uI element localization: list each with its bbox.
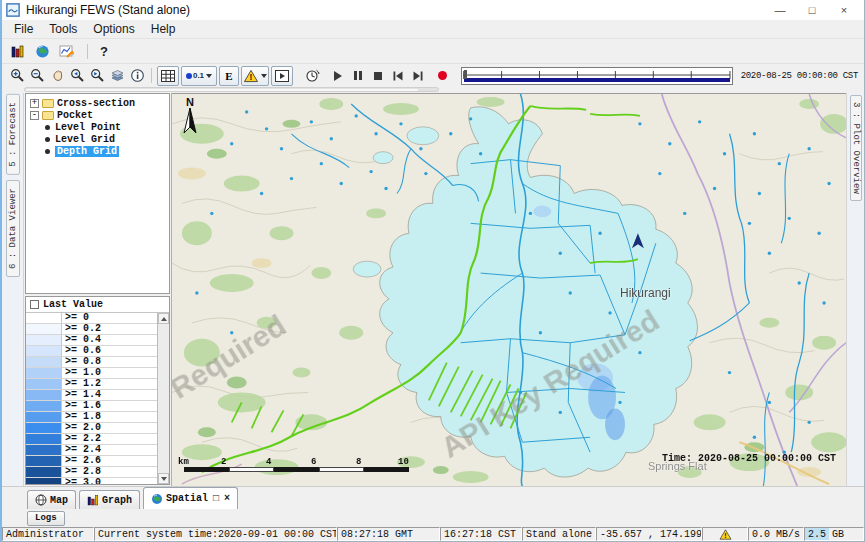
tree-item-pocket[interactable]: - Pocket [26,109,169,121]
wireframe-globe-icon [35,494,47,506]
tab-map[interactable]: Map [27,490,76,509]
memory-label: 2.5 GB [808,529,844,540]
close-button[interactable]: × [828,0,860,20]
first-frame-icon[interactable] [389,66,407,85]
legend-color-swatch [26,445,62,456]
zoom-next-icon[interactable] [88,66,106,85]
expand-icon[interactable]: + [30,99,39,108]
last-frame-icon[interactable] [409,66,427,85]
legend-color-swatch [26,401,62,412]
legend-color-swatch [26,313,62,324]
layers-icon[interactable] [108,66,126,85]
legend-color-swatch [26,434,62,445]
status-mode: Stand alone [522,527,596,541]
legend-scrollbar[interactable] [157,313,169,484]
class-breaks-button[interactable]: 0.1 [181,66,217,86]
menu-help[interactable]: Help [143,21,184,37]
tab-forecast[interactable]: 5 : Forecast [6,94,20,175]
scale-bar: km 2 4 6 8 10 [178,457,423,472]
tab-graph[interactable]: Graph [79,490,140,509]
labels-button[interactable]: E [219,66,239,86]
help-icon[interactable]: ? [100,44,108,59]
window-title: Hikurangi FEWS (Stand alone) [26,3,190,17]
tree-item-level-grid[interactable]: Level Grid [26,133,169,145]
status-memory: 2.5 GB [804,527,864,541]
bottom-tab-bar: Map Graph Spatial □ × [2,486,864,509]
animation-button[interactable] [271,66,293,86]
map-globe-icon[interactable] [35,44,50,59]
status-download-rate: 0.0 MB/s [748,527,804,541]
tree-label: Pocket [57,110,93,121]
maximize-button[interactable]: □ [796,0,828,20]
class-breaks-label: 0.1 [193,71,204,80]
menu-options[interactable]: Options [85,21,142,37]
thresholds-button[interactable]: ! [241,66,269,86]
time-navigator-icon[interactable] [303,66,321,85]
tab-close-icon[interactable]: × [224,493,230,504]
tab-plot-overview[interactable]: 3 : Plot Overview [850,95,862,201]
chevron-down-icon [261,74,267,78]
legend-color-swatch [26,368,62,379]
scale-bar-segments [184,467,423,472]
last-value-checkbox[interactable] [30,300,39,309]
bullet-icon [45,137,50,142]
app-window: Hikurangi FEWS (Stand alone) — □ × File … [0,0,865,542]
status-warning-cell[interactable]: ! [702,527,748,541]
timeline-slider[interactable] [461,67,733,85]
legend-color-swatch [26,467,62,478]
play-icon[interactable] [329,66,347,85]
minimize-button[interactable]: — [764,0,796,20]
pause-icon[interactable] [349,66,367,85]
logs-button[interactable]: Logs [27,511,65,526]
legend-color-swatch [26,346,62,357]
tab-data-viewer[interactable]: 6 : Data Viewer [6,180,20,277]
pan-hand-icon[interactable] [48,66,66,85]
chevron-down-icon [206,74,212,78]
legend-label: >= 3.0 [62,478,157,484]
status-user: Administrator [2,527,94,541]
legend-header: Last Value [26,297,169,313]
tree-item-depth-grid[interactable]: Depth Grid [26,145,169,157]
legend-color-swatch [26,379,62,390]
svg-text:!: ! [250,72,253,82]
tab-maximize-icon[interactable]: □ [213,493,219,504]
status-coordinates: -35.657 , 174.199 [596,527,702,541]
grid-display-button[interactable] [157,66,179,86]
zoom-in-icon[interactable] [8,66,26,85]
timeline-thumb[interactable] [464,70,467,79]
scroll-down-icon[interactable] [158,473,169,484]
tab-spatial[interactable]: Spatial □ × [143,487,238,509]
database-explorer-icon[interactable] [10,44,26,59]
legend-color-swatch [26,478,62,484]
status-local-time: 16:27:18 CST [440,527,522,541]
north-arrow-icon [182,107,198,135]
folder-icon [42,99,54,108]
stop-icon[interactable] [369,66,387,85]
menu-file[interactable]: File [6,21,41,37]
tree-label: Level Grid [55,134,115,145]
bullet-icon [45,125,50,130]
tree-item-cross-section[interactable]: + Cross-section [26,97,169,109]
menu-bar: File Tools Options Help [2,20,864,39]
zoom-previous-icon[interactable] [68,66,86,85]
legend-color-swatch [26,335,62,346]
menu-tools[interactable]: Tools [41,21,85,37]
record-icon[interactable] [433,66,451,85]
collapse-icon[interactable]: - [30,111,39,120]
main-area: 5 : Forecast 6 : Data Viewer + Cross-sec… [2,93,864,486]
map-toolbar: 0.1 E ! [2,64,864,87]
legend-row[interactable]: >= 3.0 [26,478,157,484]
map-view[interactable]: API Key Required API Key Required N Hiku… [172,93,846,486]
scroll-up-icon[interactable] [158,313,169,324]
title-bar: Hikurangi FEWS (Stand alone) — □ × [2,0,864,20]
scale-tick: 4 [266,457,271,467]
info-icon[interactable] [128,66,146,85]
map-canvas[interactable]: API Key Required API Key Required [172,94,846,486]
zoom-out-icon[interactable] [28,66,46,85]
tab-label: Spatial [166,493,208,504]
timeseries-display-icon[interactable] [59,44,75,59]
warning-triangle-icon: ! [243,69,259,83]
logs-row: Logs [2,509,864,527]
scale-tick: 8 [356,457,361,467]
tree-item-level-point[interactable]: Level Point [26,121,169,133]
